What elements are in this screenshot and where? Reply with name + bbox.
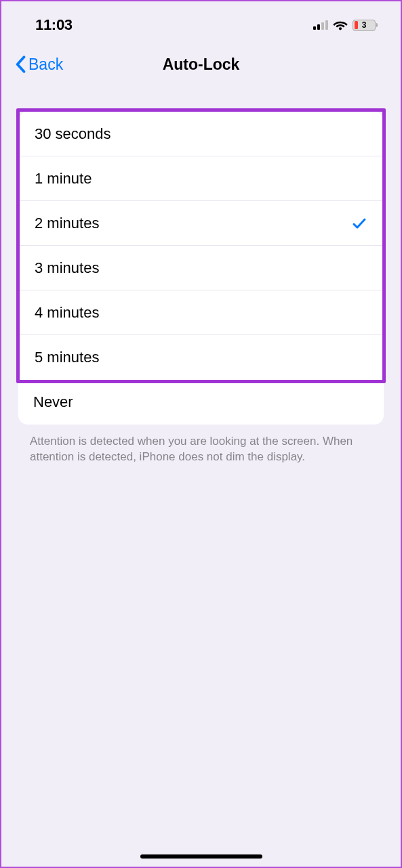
option-label: 5 minutes: [35, 349, 99, 366]
option-30-seconds[interactable]: 30 seconds: [20, 112, 382, 156]
option-3-minutes[interactable]: 3 minutes: [20, 246, 382, 290]
footer-description: Attention is detected when you are looki…: [1, 425, 401, 465]
option-label: Never: [33, 393, 73, 411]
battery-icon: 3: [353, 20, 378, 31]
option-label: 1 minute: [35, 170, 92, 188]
page-title: Auto-Lock: [163, 56, 240, 74]
home-indicator[interactable]: [140, 854, 262, 859]
wifi-icon: [333, 20, 348, 30]
status-icons: 3: [313, 20, 378, 31]
status-bar: 11:03 3: [1, 1, 401, 42]
navigation-bar: Back Auto-Lock: [1, 42, 401, 85]
highlight-annotation: 30 seconds 1 minute 2 minutes 3 minutes …: [16, 108, 386, 383]
option-never[interactable]: Never: [18, 380, 384, 425]
cellular-signal-icon: [313, 20, 328, 30]
option-1-minute[interactable]: 1 minute: [20, 156, 382, 201]
option-label: 30 seconds: [35, 125, 111, 143]
option-2-minutes[interactable]: 2 minutes: [20, 201, 382, 246]
option-label: 4 minutes: [35, 304, 99, 322]
option-5-minutes[interactable]: 5 minutes: [20, 335, 382, 380]
checkmark-icon: [351, 215, 367, 232]
svg-point-0: [339, 27, 342, 30]
options-list-lower: Never: [18, 380, 384, 425]
status-time: 11:03: [35, 16, 73, 34]
option-label: 2 minutes: [35, 215, 99, 232]
content: 30 seconds 1 minute 2 minutes 3 minutes …: [1, 85, 401, 465]
back-button[interactable]: Back: [15, 56, 63, 74]
options-list: 30 seconds 1 minute 2 minutes 3 minutes …: [20, 112, 382, 380]
option-label: 3 minutes: [35, 259, 99, 277]
option-4-minutes[interactable]: 4 minutes: [20, 290, 382, 335]
battery-percent: 3: [362, 20, 367, 30]
chevron-left-icon: [15, 56, 26, 73]
back-label: Back: [28, 56, 63, 74]
